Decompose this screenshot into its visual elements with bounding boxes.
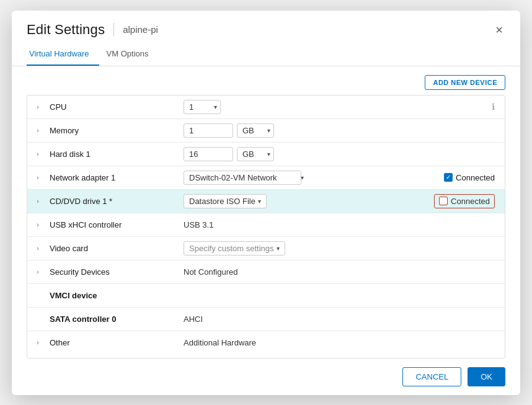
- tab-virtual-hardware[interactable]: Virtual Hardware: [27, 44, 99, 66]
- cdvdvd-connected-checkbox[interactable]: [439, 197, 448, 205]
- network-right: Connected: [381, 173, 505, 182]
- security-text: Not Configured: [184, 267, 237, 277]
- table-row: › Hard disk 1 GB TB: [27, 143, 505, 166]
- memory-input[interactable]: [184, 123, 233, 138]
- edit-settings-dialog: Edit Settings alpine-pi × Virtual Hardwa…: [12, 11, 520, 395]
- dialog-subtitle: alpine-pi: [123, 24, 158, 35]
- table-row: SATA controller 0 AHCI: [27, 308, 505, 331]
- expand-videocard[interactable]: ›: [27, 245, 45, 252]
- table-row: › Network adapter 1 DSwitch-02-VM Networ…: [27, 166, 505, 190]
- cdvdvd-dropdown-label: Datastore ISO File: [189, 197, 255, 206]
- other-label: Other: [45, 338, 181, 347]
- table-row: › CD/DVD drive 1 * Datastore ISO File ▾ …: [27, 190, 505, 213]
- usb-label: USB xHCI controller: [45, 220, 181, 229]
- usb-value: USB 3.1: [181, 220, 381, 229]
- table-row: › CPU 1 2 4 ℹ: [27, 96, 505, 119]
- info-icon: ℹ: [492, 102, 495, 112]
- network-value: DSwitch-02-VM Network: [181, 171, 381, 185]
- toolbar-row: ADD NEW DEVICE: [27, 75, 505, 90]
- tab-vm-options[interactable]: VM Options: [104, 44, 159, 66]
- other-value: Additional Hardware: [181, 338, 381, 347]
- cdvdvd-value: Datastore ISO File ▾: [181, 194, 381, 208]
- network-select-wrapper[interactable]: DSwitch-02-VM Network: [184, 171, 308, 185]
- sata-value: AHCI: [181, 314, 381, 324]
- network-connected-label: Connected: [456, 173, 495, 182]
- cancel-button[interactable]: CANCEL: [402, 367, 461, 386]
- usb-text: USB 3.1: [184, 220, 213, 229]
- table-row: › Other Additional Hardware: [27, 331, 505, 355]
- videocard-dropdown-chevron: ▾: [277, 245, 280, 252]
- memory-label: Memory: [45, 126, 181, 135]
- expand-memory[interactable]: ›: [27, 127, 45, 134]
- title-divider: [113, 23, 114, 37]
- cdvdvd-dropdown[interactable]: Datastore ISO File ▾: [184, 194, 267, 208]
- table-row: › USB xHCI controller USB 3.1: [27, 213, 505, 237]
- cdvdvd-dropdown-chevron: ▾: [258, 198, 261, 205]
- vmci-label: VMCI device: [45, 291, 181, 300]
- expand-harddisk[interactable]: ›: [27, 151, 45, 158]
- table-row: VMCI device: [27, 284, 505, 308]
- cpu-right: ℹ: [381, 102, 505, 112]
- close-button[interactable]: ×: [493, 22, 505, 37]
- harddisk-label: Hard disk 1: [45, 149, 181, 159]
- expand-security[interactable]: ›: [27, 269, 45, 275]
- security-label: Security Devices: [45, 267, 181, 277]
- expand-other[interactable]: ›: [27, 339, 45, 346]
- network-label: Network adapter 1: [45, 173, 181, 182]
- dialog-header: Edit Settings alpine-pi ×: [12, 11, 520, 38]
- memory-unit-wrapper[interactable]: GB MB: [237, 123, 274, 138]
- hardware-table: › CPU 1 2 4 ℹ › Me: [27, 95, 505, 358]
- cpu-select-wrapper[interactable]: 1 2 4: [184, 100, 221, 114]
- harddisk-input[interactable]: [184, 147, 233, 161]
- dialog-title: Edit Settings: [27, 22, 105, 38]
- cpu-label: CPU: [45, 102, 181, 112]
- cdvdvd-right: Connected: [381, 194, 505, 208]
- memory-value: GB MB: [181, 123, 381, 138]
- dialog-footer: CANCEL OK: [12, 358, 520, 395]
- add-device-button[interactable]: ADD NEW DEVICE: [425, 75, 505, 90]
- cdvdvd-connected-label: Connected: [451, 197, 490, 206]
- cdvdvd-label: CD/DVD drive 1 *: [45, 197, 181, 206]
- sata-text: AHCI: [184, 314, 203, 324]
- expand-network[interactable]: ›: [27, 174, 45, 181]
- expand-usb[interactable]: ›: [27, 221, 45, 228]
- network-connected: Connected: [444, 173, 495, 182]
- ok-button[interactable]: OK: [468, 367, 505, 386]
- harddisk-unit-select[interactable]: GB TB: [237, 147, 274, 161]
- cpu-select[interactable]: 1 2 4: [184, 100, 221, 114]
- videocard-label: Video card: [45, 244, 181, 253]
- tabs-bar: Virtual Hardware VM Options: [12, 44, 520, 66]
- security-value: Not Configured: [181, 267, 381, 277]
- content-area: ADD NEW DEVICE › CPU 1 2 4 ℹ: [12, 66, 520, 358]
- cpu-value: 1 2 4: [181, 100, 381, 114]
- network-select[interactable]: DSwitch-02-VM Network: [184, 171, 301, 185]
- expand-cpu[interactable]: ›: [27, 104, 45, 110]
- network-connected-checkbox[interactable]: [444, 173, 453, 182]
- cdvdvd-connected-wrapper: Connected: [434, 194, 495, 208]
- harddisk-unit-wrapper[interactable]: GB TB: [237, 147, 274, 161]
- videocard-value: Specify custom settings ▾: [181, 241, 381, 256]
- other-text: Additional Hardware: [184, 338, 256, 347]
- table-row: › Video card Specify custom settings ▾: [27, 237, 505, 260]
- sata-label: SATA controller 0: [45, 314, 181, 324]
- table-row: › Security Devices Not Configured: [27, 260, 505, 284]
- harddisk-value: GB TB: [181, 147, 381, 161]
- videocard-dropdown[interactable]: Specify custom settings ▾: [184, 241, 285, 256]
- videocard-dropdown-label: Specify custom settings: [189, 244, 274, 253]
- table-row: › Memory GB MB: [27, 119, 505, 143]
- memory-unit-select[interactable]: GB MB: [237, 123, 274, 138]
- expand-cdvdvd[interactable]: ›: [27, 198, 45, 205]
